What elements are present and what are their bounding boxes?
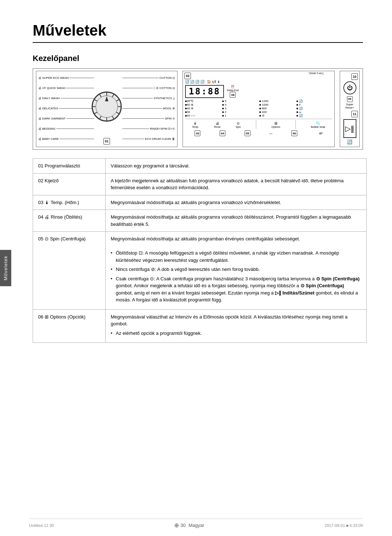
- row-05-intro: Megnyomásával módosíthatja az aktuális p…: [111, 235, 361, 243]
- bottom-num-05: 05: [245, 130, 250, 136]
- control-panel-diagram: 01 🖨 SUPER ECO WASH 🖨 15' QUICK WASH 🖨 D…: [33, 68, 363, 150]
- wash-item-rinsespin: RINSE+SPIN ⊡+⊙: [122, 125, 175, 133]
- spin-icon2: ■ ≡: [297, 103, 332, 106]
- rpm-none: ■ ⊘: [260, 114, 295, 117]
- spin-icon1: ■ 🔄: [297, 100, 332, 103]
- wash-item-baby: 🖨 BABY CARE: [38, 135, 95, 143]
- wash-item-delicates: 🖨 DELICATES: [38, 104, 95, 112]
- footer-lang: Magyar: [188, 523, 204, 528]
- temp-20: ■20 ○☆: [185, 114, 221, 117]
- side-tab: Műveletek: [0, 250, 11, 286]
- temp-40: ■40 ⊛: [185, 107, 221, 110]
- compass-icon: ⊕: [174, 522, 179, 529]
- rpm-1000: ■ 1000: [260, 103, 295, 106]
- spin-icon4: ■ ω: [297, 110, 332, 114]
- panel-num-09: 09: [347, 96, 353, 102]
- bubble-soak-btn-label: 🫧 Bubble Soak: [311, 121, 325, 128]
- super-rinse-area: 09 SuperRinse+: [346, 96, 354, 109]
- panel-num-08: 08: [230, 92, 236, 98]
- hold-label: *(Hold 3 sec): [309, 72, 323, 74]
- row-03-desc: Megnyomásával módosíthatja az aktuális p…: [111, 200, 281, 205]
- row-04-label: 04 🖨 Rinse (Öblítés): [38, 214, 82, 220]
- bullet-dot-3: •: [111, 275, 114, 304]
- table-row-03: 03 🌡 Temp. (Hőm.) Megnyomásával módosíth…: [33, 195, 367, 210]
- bottom-num-03: 03: [195, 130, 200, 136]
- section-heading: Kezelőpanel: [33, 54, 363, 63]
- row-06-bullet1: Az elérhető opciók a programtól függnek.: [116, 330, 202, 337]
- row-06-label: 06 ⊞ Options (Opciók): [38, 314, 85, 320]
- dial-svg: [91, 91, 122, 122]
- delay-end-area: ⏰ Delay End 08: [227, 85, 238, 98]
- rpm-400: ■ 400: [260, 110, 295, 114]
- wash-item-quick: 🖨 15' QUICK WASH: [38, 84, 95, 92]
- panel-num-01: 01: [103, 138, 110, 145]
- count-3: ■ 3: [222, 107, 258, 110]
- row-06-intro: Megnyomásával választhat az Intenzív és …: [111, 313, 361, 328]
- wash-item-eco-drum: ECO DRUM CLEAN 🗑: [122, 135, 175, 143]
- row-01-label: 01 Programválasztó: [38, 163, 80, 168]
- rinse-btn-label: 🖨 Rinse: [214, 121, 221, 128]
- bullet-dot: •: [111, 249, 114, 264]
- row-02-label: 02 Kijelző: [38, 178, 58, 183]
- row-02-desc: A kijelzőn megjelennek az aktuálisan fut…: [111, 178, 344, 191]
- row-01-desc: Válasszon egy programot a tárcsával.: [111, 163, 190, 168]
- table-row-01: 01 Programválasztó Válasszon egy program…: [33, 159, 367, 174]
- row-05-bullet3: Csak centrifuga ⊙: A Csak centrifuga pro…: [116, 275, 361, 304]
- spin-btn-label: ⊙ Spin: [236, 121, 241, 128]
- footer-date: 2017-09-01 ■ 6:33:09: [324, 523, 363, 528]
- row-05-bullet2: Nincs centrifuga ⊘: A dob a végső leeres…: [116, 266, 260, 273]
- bottom-buttons: 🌡 Temp. 🖨 Rinse ⊙ Spin ⊞ Options: [185, 119, 332, 129]
- count-2: ■ 2: [222, 110, 258, 114]
- wash-item-cotton: COTTON ◎: [122, 74, 175, 82]
- table-row-05: 05 ⊙ Spin (Centrifuga) Megnyomásával mód…: [33, 232, 367, 310]
- wash-item-cotton2: □ ⊘ COTTON ◎: [122, 84, 175, 92]
- page-title: Műveletek: [29, 22, 363, 43]
- footer-page: 30: [180, 523, 185, 528]
- bullet-dot-2: •: [111, 266, 114, 273]
- power-button[interactable]: ⏻: [343, 81, 356, 94]
- table-row-02: 02 Kijelző A kijelzőn megjelennek az akt…: [33, 173, 367, 195]
- panel-num-02: 02: [184, 73, 191, 79]
- wash-item-daily: 🖨 DAILY WASH: [38, 94, 95, 102]
- panel-num-11: 11: [351, 111, 358, 117]
- wash-item-dark: 🖨 DARK GARMENT: [38, 114, 95, 122]
- row-05-label: 05 ⊙ Spin (Centrifuga): [38, 236, 86, 241]
- wash-item-super-eco: 🖨 SUPER ECO WASH: [38, 74, 95, 82]
- time-display: 18:88: [185, 85, 224, 98]
- bullet-dot-4: •: [111, 330, 114, 337]
- bottom-num-07: 07: [319, 132, 323, 135]
- wash-item-bedding: 🖨 BEDDING: [38, 125, 95, 133]
- temp-30: ■30: [185, 110, 221, 114]
- temp-95: ■95℃: [185, 100, 221, 103]
- table-row-04: 04 🖨 Rinse (Öblítés) Megnyomásával módos…: [33, 210, 367, 232]
- options-btn-label: ⊞ Options: [271, 121, 280, 128]
- rpm-1200: ■ 1200: [260, 100, 295, 103]
- start-pause-button[interactable]: ▷‖: [343, 119, 356, 138]
- display-icons-row: 🔄🔄🔄🔄 🏠📢🌡: [185, 80, 332, 84]
- spin-icon5: ■ 🔄: [297, 114, 332, 117]
- page-footer: Untitled-12 30 ⊕ 30 Magyar 2017-09-01 ■ …: [29, 519, 363, 529]
- footer-file: Untitled-12 30: [29, 523, 54, 528]
- count-5: ■ 5: [222, 100, 258, 103]
- row-03-label: 03 🌡 Temp. (Hőm.): [38, 200, 79, 205]
- rpm-800: ■ 800: [260, 107, 295, 110]
- count-4: ■ 4: [222, 103, 258, 106]
- table-row-06: 06 ⊞ Options (Opciók) Megnyomásával vála…: [33, 309, 367, 343]
- spin-icon3: ■ 🔄: [297, 107, 332, 110]
- info-table: 01 Programválasztó Válasszon egy program…: [33, 158, 367, 343]
- count-1: ■ 1: [222, 114, 258, 117]
- wash-item-spin: SPIN ⊙: [122, 114, 175, 122]
- temp-btn-label: 🌡 Temp.: [192, 121, 199, 128]
- wash-item-wool: WOOL ⊛: [122, 104, 175, 112]
- temp-60: ■60 ⊛: [185, 103, 221, 106]
- bottom-num-06: 06: [291, 130, 297, 136]
- bottom-num-04: 04: [220, 130, 225, 136]
- wash-item-synthetics: SYNTHETICS △: [122, 94, 175, 102]
- panel-num-10: 10: [351, 73, 358, 80]
- row-05-bullet1: Öblítőstop ⊡: A mosógép felfüggeszti a v…: [116, 249, 361, 264]
- rinse-icon-bottom: 🔄: [347, 139, 352, 145]
- row-04-desc: Megnyomásával módosíthatja az aktuális p…: [111, 214, 351, 227]
